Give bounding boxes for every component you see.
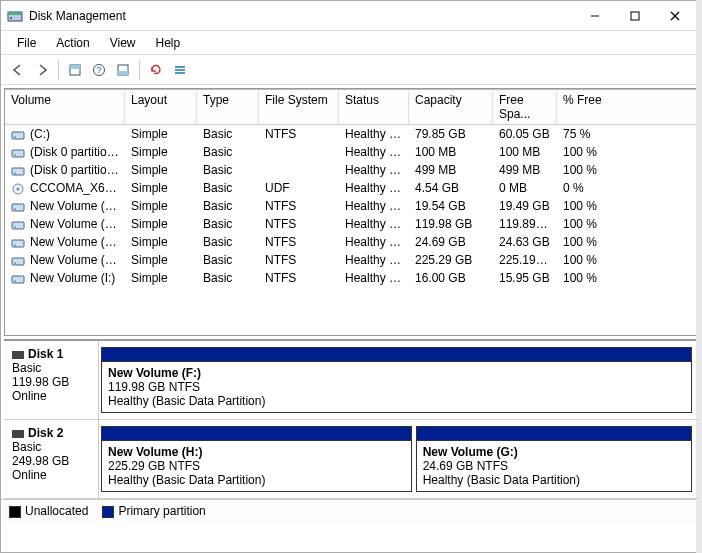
status-cell: Healthy (B... xyxy=(339,198,409,214)
legend-primary-label: Primary partition xyxy=(118,504,205,518)
status-cell: Healthy (B... xyxy=(339,126,409,142)
capacity-cell: 100 MB xyxy=(409,144,493,160)
column-file-system[interactable]: File System xyxy=(259,89,339,124)
pfree-cell: 100 % xyxy=(557,198,697,214)
volume-row[interactable]: CCCOMA_X64FRE...SimpleBasicUDFHealthy (P… xyxy=(5,179,697,197)
drive-icon xyxy=(11,201,27,213)
close-button[interactable] xyxy=(655,2,695,30)
menu-action[interactable]: Action xyxy=(46,34,99,52)
svg-rect-15 xyxy=(175,72,185,74)
svg-point-33 xyxy=(14,280,16,282)
partition-box[interactable]: New Volume (F:)119.98 GB NTFSHealthy (Ba… xyxy=(101,347,692,413)
volume-row[interactable]: New Volume (F:)SimpleBasicNTFSHealthy (B… xyxy=(5,215,697,233)
toolbar-separator xyxy=(58,60,59,80)
disk-row: Disk 1Basic119.98 GBOnlineNew Volume (F:… xyxy=(4,341,698,420)
fs-cell: UDF xyxy=(259,180,339,196)
layout-cell: Simple xyxy=(125,198,197,214)
type-cell: Basic xyxy=(197,216,259,232)
type-cell: Basic xyxy=(197,252,259,268)
legend-unallocated-label: Unallocated xyxy=(25,504,88,518)
menu-help[interactable]: Help xyxy=(146,34,191,52)
column-layout[interactable]: Layout xyxy=(125,89,197,124)
volume-list-body[interactable]: (C:)SimpleBasicNTFSHealthy (B...79.85 GB… xyxy=(5,125,697,335)
disk-row: Disk 2Basic249.98 GBOnlineNew Volume (H:… xyxy=(4,420,698,499)
minimize-button[interactable] xyxy=(575,2,615,30)
pfree-cell: 0 % xyxy=(557,180,697,196)
primary-swatch xyxy=(102,506,114,518)
column-capacity[interactable]: Capacity xyxy=(409,89,493,124)
disk-type: Basic xyxy=(12,361,90,375)
back-button[interactable] xyxy=(7,59,29,81)
svg-point-25 xyxy=(14,208,16,210)
free-cell: 0 MB xyxy=(493,180,557,196)
list-button[interactable] xyxy=(169,59,191,81)
layout-cell: Simple xyxy=(125,144,197,160)
volume-row[interactable]: New Volume (G:)SimpleBasicNTFSHealthy (B… xyxy=(5,233,697,251)
free-cell: 60.05 GB xyxy=(493,126,557,142)
partition-name: New Volume (H:) xyxy=(108,445,405,459)
view-top-button[interactable] xyxy=(64,59,86,81)
partition-box[interactable]: New Volume (H:)225.29 GB NTFSHealthy (Ba… xyxy=(101,426,412,492)
fs-cell: NTFS xyxy=(259,216,339,232)
partition-box[interactable]: New Volume (G:)24.69 GB NTFSHealthy (Bas… xyxy=(416,426,692,492)
column-status[interactable]: Status xyxy=(339,89,409,124)
disk-partitions: New Volume (F:)119.98 GB NTFSHealthy (Ba… xyxy=(99,341,698,419)
partition-health: Healthy (Basic Data Partition) xyxy=(108,394,685,408)
capacity-cell: 4.54 GB xyxy=(409,180,493,196)
drive-icon xyxy=(11,219,27,231)
partition-color-bar xyxy=(102,348,691,362)
column-type[interactable]: Type xyxy=(197,89,259,124)
fs-cell: NTFS xyxy=(259,126,339,142)
disk-label[interactable]: Disk 1Basic119.98 GBOnline xyxy=(4,341,99,419)
volume-list: Volume Layout Type File System Status Ca… xyxy=(4,88,698,336)
disk-status: Online xyxy=(12,389,90,403)
volume-row[interactable]: New Volume (H:)SimpleBasicNTFSHealthy (B… xyxy=(5,251,697,269)
partition-content: New Volume (H:)225.29 GB NTFSHealthy (Ba… xyxy=(102,441,411,491)
legend-unallocated: Unallocated xyxy=(9,504,88,518)
forward-button[interactable] xyxy=(31,59,53,81)
svg-rect-24 xyxy=(12,204,24,211)
menu-file[interactable]: File xyxy=(7,34,46,52)
menu-view[interactable]: View xyxy=(100,34,146,52)
type-cell: Basic xyxy=(197,270,259,286)
svg-text:?: ? xyxy=(96,65,101,75)
disk-label[interactable]: Disk 2Basic249.98 GBOnline xyxy=(4,420,99,498)
volume-row[interactable]: New Volume (I:)SimpleBasicNTFSHealthy (A… xyxy=(5,269,697,287)
view-bottom-button[interactable] xyxy=(112,59,134,81)
svg-rect-13 xyxy=(175,66,185,68)
svg-rect-14 xyxy=(175,69,185,71)
disk-status: Online xyxy=(12,468,90,482)
column-free-space[interactable]: Free Spa... xyxy=(493,89,557,124)
volume-name-cell: (C:) xyxy=(5,126,125,142)
svg-rect-18 xyxy=(12,150,24,157)
volume-row[interactable]: (Disk 0 partition 5)SimpleBasicHealthy (… xyxy=(5,161,697,179)
column-percent-free[interactable]: % Free xyxy=(557,89,697,124)
svg-rect-28 xyxy=(12,240,24,247)
volume-row[interactable]: New Volume (E:)SimpleBasicNTFSHealthy (B… xyxy=(5,197,697,215)
disk-size: 249.98 GB xyxy=(12,454,90,468)
volume-name-cell: New Volume (E:) xyxy=(5,198,125,214)
partition-health: Healthy (Basic Data Partition) xyxy=(423,473,685,487)
volume-row[interactable]: (C:)SimpleBasicNTFSHealthy (B...79.85 GB… xyxy=(5,125,697,143)
capacity-cell: 24.69 GB xyxy=(409,234,493,250)
layout-cell: Simple xyxy=(125,126,197,142)
window-controls xyxy=(575,2,695,30)
drive-icon xyxy=(11,237,27,249)
capacity-cell: 16.00 GB xyxy=(409,270,493,286)
drive-icon xyxy=(11,273,27,285)
fs-cell: NTFS xyxy=(259,270,339,286)
svg-point-31 xyxy=(14,262,16,264)
svg-rect-26 xyxy=(12,222,24,229)
maximize-button[interactable] xyxy=(615,2,655,30)
refresh-button[interactable] xyxy=(145,59,167,81)
drive-icon xyxy=(11,255,27,267)
type-cell: Basic xyxy=(197,198,259,214)
help-button[interactable]: ? xyxy=(88,59,110,81)
fs-cell: NTFS xyxy=(259,198,339,214)
volume-row[interactable]: (Disk 0 partition 1)SimpleBasicHealthy (… xyxy=(5,143,697,161)
partition-detail: 119.98 GB NTFS xyxy=(108,380,685,394)
disk-name: Disk 1 xyxy=(12,347,90,361)
partition-detail: 24.69 GB NTFS xyxy=(423,459,685,473)
disk-icon xyxy=(12,430,24,438)
column-volume[interactable]: Volume xyxy=(5,89,125,124)
